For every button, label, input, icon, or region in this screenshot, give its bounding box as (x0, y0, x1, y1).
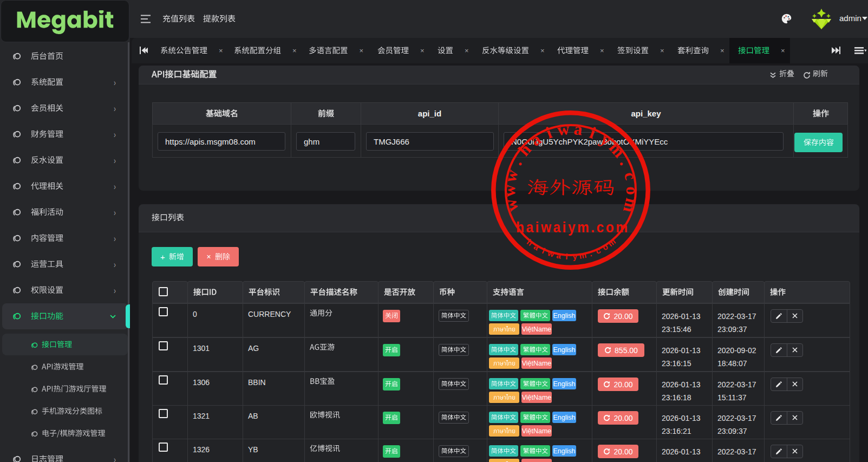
svg-text:i: i (543, 123, 554, 142)
svg-text:m: m (578, 250, 587, 261)
svg-text:a: a (573, 119, 584, 139)
svg-text:y: y (572, 251, 577, 261)
svg-text:w: w (500, 197, 522, 214)
svg-text:.: . (588, 249, 592, 258)
svg-text:i: i (565, 252, 567, 261)
svg-text:w: w (546, 248, 555, 259)
svg-text:c: c (620, 170, 640, 182)
svg-text:o: o (622, 186, 641, 195)
svg-text:w: w (499, 184, 518, 197)
svg-text:w: w (500, 167, 521, 184)
svg-text:h: h (514, 140, 534, 159)
svg-text:m: m (619, 197, 641, 215)
svg-text:i: i (587, 123, 598, 142)
svg-text:w: w (556, 119, 570, 140)
